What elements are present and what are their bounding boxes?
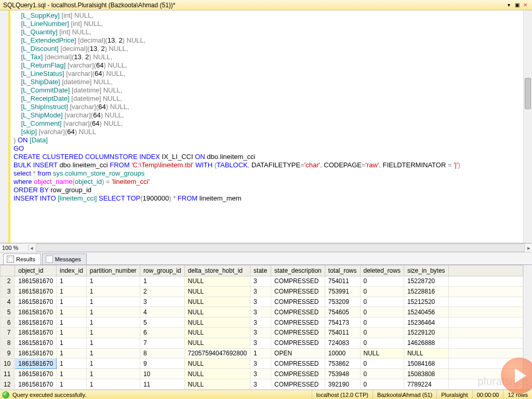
- results-grid-icon: [7, 256, 14, 263]
- table-row[interactable]: 71861581670116NULL3COMPRESSED75401101522…: [1, 328, 523, 338]
- close-icon[interactable]: ✕: [522, 2, 529, 9]
- column-header[interactable]: state_description: [271, 265, 325, 276]
- results-tabs: Results Messages: [0, 252, 532, 265]
- table-row[interactable]: 41861581670113NULL3COMPRESSED75320901521…: [1, 297, 523, 307]
- scroll-left-icon[interactable]: ◂: [29, 245, 35, 251]
- status-rowcount: 12 rows: [503, 390, 532, 399]
- tab-results-label: Results: [16, 256, 35, 262]
- column-header[interactable]: delta_store_hobt_id: [184, 265, 250, 276]
- table-row[interactable]: 51861581670114NULL3COMPRESSED75460501524…: [1, 307, 523, 317]
- results-grid-pane: object_idindex_idpartition_numberrow_gro…: [0, 265, 532, 390]
- success-icon: [2, 391, 9, 398]
- column-header[interactable]: partition_number: [86, 265, 140, 276]
- column-header[interactable]: deleted_rows: [360, 265, 404, 276]
- table-row[interactable]: 91861581670118720575940476928001OPEN1000…: [1, 348, 523, 358]
- table-row[interactable]: 81861581670117NULL3COMPRESSED72408301462…: [1, 338, 523, 348]
- table-row[interactable]: 101861581670119NULL3COMPRESSED7538620150…: [1, 358, 523, 369]
- table-row[interactable]: 31861581670112NULL3COMPRESSED75399101522…: [1, 286, 523, 297]
- document-title: SQLQuery1.sql - localhost.Pluralsight (B…: [3, 2, 504, 9]
- status-time: 00:00:00: [472, 390, 503, 399]
- column-header[interactable]: size_in_bytes: [404, 265, 448, 276]
- messages-icon: [46, 256, 53, 263]
- column-header[interactable]: row_group_id: [140, 265, 184, 276]
- column-header[interactable]: index_id: [57, 265, 87, 276]
- sql-editor[interactable]: [L_SuppKey] [int] NULL, [L_LineNumber] […: [10, 10, 523, 243]
- table-row[interactable]: 1218615816701111NULL3COMPRESSED392190077…: [1, 379, 523, 390]
- column-header[interactable]: total_rows: [325, 265, 360, 276]
- tab-messages[interactable]: Messages: [42, 254, 87, 264]
- editor-horizontal-scrollbar[interactable]: [36, 244, 525, 252]
- table-row[interactable]: 21861581670111NULL3COMPRESSED75401101522…: [1, 276, 523, 286]
- status-user: Bazkoota\Ahmad (51): [373, 390, 436, 399]
- editor-vertical-scrollbar[interactable]: [523, 10, 532, 243]
- column-header[interactable]: object_id: [15, 265, 57, 276]
- status-server: localhost (12.0 CTP): [312, 390, 373, 399]
- table-row[interactable]: 61861581670115NULL3COMPRESSED75417301523…: [1, 317, 523, 328]
- tab-messages-label: Messages: [55, 256, 81, 262]
- tab-results[interactable]: Results: [3, 254, 41, 264]
- zoom-level[interactable]: 100 %: [0, 245, 29, 251]
- document-tab-header: SQLQuery1.sql - localhost.Pluralsight (B…: [0, 0, 532, 10]
- editor-gutter: [0, 10, 10, 243]
- grid-vertical-scrollbar[interactable]: [523, 265, 532, 390]
- table-row[interactable]: 1118615816701110NULL3COMPRESSED753948015…: [1, 369, 523, 379]
- restore-icon[interactable]: ▣: [513, 2, 521, 9]
- dropdown-icon[interactable]: ▾: [505, 2, 512, 9]
- sql-editor-pane: [L_SuppKey] [int] NULL, [L_LineNumber] […: [0, 10, 532, 243]
- status-database: Pluralsight: [436, 390, 472, 399]
- column-header[interactable]: state: [250, 265, 271, 276]
- results-grid[interactable]: object_idindex_idpartition_numberrow_gro…: [0, 265, 523, 390]
- status-message: Query executed successfully.: [11, 392, 312, 398]
- scroll-right-icon[interactable]: ▸: [526, 245, 532, 251]
- status-bar: Query executed successfully. localhost (…: [0, 390, 532, 399]
- editor-footer: 100 % ◂ ▸: [0, 243, 532, 252]
